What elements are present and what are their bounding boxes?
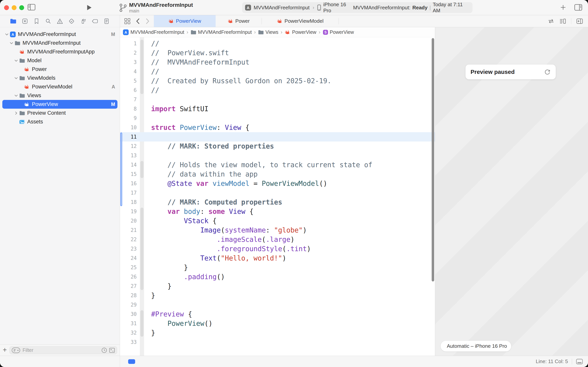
project-navigator-icon[interactable] bbox=[9, 17, 17, 25]
toggle-bottom-bar-icon[interactable] bbox=[576, 359, 583, 365]
window-project-title: MVVMAndFreeformInput bbox=[129, 2, 193, 8]
status-divider: | bbox=[429, 5, 431, 11]
tree-item-mvvmandfreeforminput[interactable]: MVVMAndFreeformInput bbox=[2, 39, 118, 47]
run-button[interactable] bbox=[86, 4, 92, 11]
code-line-20[interactable]: 20 VStack { bbox=[120, 216, 435, 225]
jump-bar[interactable]: AMVVMAndFreeformInput›MVVMAndFreeformInp… bbox=[120, 27, 435, 37]
code-line-7[interactable]: 7 bbox=[120, 95, 435, 104]
tree-item-viewmodels[interactable]: ViewModels bbox=[2, 74, 118, 83]
code-line-16[interactable]: 16 @State var viewModel = PowerViewModel… bbox=[120, 179, 435, 188]
code-line-17[interactable]: 17 bbox=[120, 188, 435, 198]
breadcrumb-item-mvvmandfreeforminput[interactable]: MVVMAndFreeformInput bbox=[191, 29, 252, 35]
breadcrumb-item-powerview[interactable]: SPowerView bbox=[323, 29, 354, 35]
code-line-4[interactable]: 4// bbox=[120, 67, 435, 76]
code-line-31[interactable]: 31 PowerView() bbox=[120, 319, 435, 328]
minimap-icon[interactable] bbox=[559, 18, 566, 24]
breakpoints-navigator-icon[interactable] bbox=[91, 17, 99, 25]
debug-navigator-icon[interactable] bbox=[79, 17, 87, 25]
editor-tab-powerview[interactable]: PowerView bbox=[154, 15, 216, 27]
line-number: 20 bbox=[122, 216, 140, 225]
breadcrumb-item-views[interactable]: Views bbox=[258, 29, 278, 35]
breadcrumb-item-powerview[interactable]: PowerView bbox=[285, 29, 316, 35]
go-forward-icon[interactable] bbox=[145, 18, 150, 25]
disclosure-open-icon[interactable] bbox=[14, 77, 18, 79]
minimize-window-button[interactable] bbox=[12, 5, 17, 10]
disclosure-closed-icon[interactable] bbox=[15, 111, 17, 115]
find-navigator-icon[interactable] bbox=[44, 17, 52, 25]
code-line-6[interactable]: 6// bbox=[120, 85, 435, 95]
swift-file-icon bbox=[228, 18, 234, 24]
code-line-25[interactable]: 25 } bbox=[120, 263, 435, 272]
source-control-change-bar[interactable] bbox=[120, 133, 122, 206]
breadcrumb-item-mvvmandfreeforminput[interactable]: AMVVMAndFreeformInput bbox=[123, 29, 184, 35]
code-line-26[interactable]: 26 .padding() bbox=[120, 272, 435, 282]
code-editor[interactable]: 1//2// PowerView.swift3// MVVMAndFreefor… bbox=[120, 37, 435, 356]
code-line-28[interactable]: 28} bbox=[120, 291, 435, 300]
tree-item-powerview[interactable]: PowerViewM bbox=[2, 100, 118, 109]
preview-device-selector[interactable]: Automatic – iPhone 16 Pro bbox=[441, 341, 511, 351]
recent-files-clock-icon[interactable] bbox=[101, 347, 107, 353]
reports-navigator-icon[interactable] bbox=[102, 17, 111, 25]
code-line-13[interactable]: 13 bbox=[120, 151, 435, 160]
code-line-12[interactable]: 12 // MARK: Stored properties bbox=[120, 142, 435, 151]
code-line-18[interactable]: 18 // MARK: Computed properties bbox=[120, 198, 435, 207]
zoom-window-button[interactable] bbox=[19, 5, 24, 10]
tree-item-powerviewmodel[interactable]: PowerViewModelA bbox=[2, 83, 118, 91]
editor-tab-powerviewmodel[interactable]: PowerViewModel bbox=[262, 15, 339, 27]
code-line-9[interactable]: 9 bbox=[120, 114, 435, 123]
filter-input[interactable] bbox=[22, 347, 99, 353]
tree-item-mvvmandfreeforminputapp[interactable]: MVVMAndFreeformInputApp bbox=[2, 47, 118, 56]
code-line-33[interactable]: 33 bbox=[120, 337, 435, 347]
code-line-5[interactable]: 5// Created by Russell Gordon on 2025-02… bbox=[120, 76, 435, 85]
code-line-3[interactable]: 3// MVVMAndFreeformInput bbox=[120, 58, 435, 67]
code-line-1[interactable]: 1// bbox=[120, 39, 435, 48]
add-editor-icon[interactable] bbox=[576, 18, 583, 24]
tree-item-mvvmandfreeforminput[interactable]: AMVVMAndFreeformInputM bbox=[2, 30, 118, 39]
tree-item-views[interactable]: Views bbox=[2, 91, 118, 100]
resume-preview-icon[interactable] bbox=[544, 69, 551, 75]
source-control-filter-icon[interactable] bbox=[109, 347, 115, 353]
editor-tab-power[interactable]: Power bbox=[216, 15, 262, 27]
code-line-32[interactable]: 32} bbox=[120, 328, 435, 337]
code-line-27[interactable]: 27 } bbox=[120, 282, 435, 291]
scheme-selector[interactable]: A MVVMAndFreeformInput › iPhone 16 Pro bbox=[245, 1, 353, 14]
code-line-30[interactable]: 30#Preview { bbox=[120, 309, 435, 319]
editor-focus-badge[interactable] bbox=[128, 359, 135, 364]
editor-scrollbar[interactable] bbox=[432, 38, 434, 282]
code-line-21[interactable]: 21 Image(systemName: "globe") bbox=[120, 225, 435, 235]
code-line-22[interactable]: 22 .imageScale(.large) bbox=[120, 235, 435, 244]
go-back-icon[interactable] bbox=[135, 18, 140, 25]
toggle-navigator-icon[interactable] bbox=[28, 4, 35, 10]
code-line-2[interactable]: 2// PowerView.swift bbox=[120, 48, 435, 58]
code-line-23[interactable]: 23 .foregroundStyle(.tint) bbox=[120, 244, 435, 253]
disclosure-open-icon[interactable] bbox=[14, 94, 18, 97]
code-line-10[interactable]: 10struct PowerView: View { bbox=[120, 123, 435, 132]
tree-item-model[interactable]: Model bbox=[2, 56, 118, 65]
related-items-icon[interactable] bbox=[124, 18, 130, 24]
add-toolbar-button[interactable] bbox=[560, 4, 567, 11]
bookmarks-navigator-icon[interactable] bbox=[32, 17, 41, 25]
line-number: 28 bbox=[122, 291, 140, 300]
adjust-editor-icon[interactable] bbox=[548, 18, 554, 24]
issues-navigator-icon[interactable] bbox=[56, 17, 64, 25]
code-line-11[interactable]: 11 bbox=[120, 132, 435, 142]
close-window-button[interactable] bbox=[4, 5, 9, 10]
filter-field[interactable] bbox=[9, 346, 117, 354]
tree-item-assets[interactable]: Assets bbox=[2, 117, 118, 126]
source-control-changes-icon[interactable] bbox=[21, 17, 29, 25]
disclosure-open-icon[interactable] bbox=[10, 42, 13, 44]
code-line-24[interactable]: 24 Text("Hello, world!") bbox=[120, 253, 435, 263]
filter-menu-icon[interactable] bbox=[12, 347, 20, 353]
toggle-inspector-icon[interactable] bbox=[574, 4, 582, 11]
add-file-button[interactable]: + bbox=[3, 346, 7, 353]
code-line-14[interactable]: 14 // Holds the view model, to track cur… bbox=[120, 160, 435, 169]
tree-item-power[interactable]: Power bbox=[2, 65, 118, 74]
code-line-15[interactable]: 15 // data within the app bbox=[120, 169, 435, 179]
disclosure-open-icon[interactable] bbox=[14, 59, 18, 62]
disclosure-open-icon[interactable] bbox=[5, 33, 8, 36]
code-line-29[interactable]: 29 bbox=[120, 300, 435, 309]
code-line-8[interactable]: 8import SwiftUI bbox=[120, 104, 435, 114]
tests-navigator-icon[interactable] bbox=[67, 17, 76, 25]
code-line-19[interactable]: 19 var body: some View { bbox=[120, 207, 435, 216]
tree-item-preview-content[interactable]: Preview Content bbox=[2, 109, 118, 117]
